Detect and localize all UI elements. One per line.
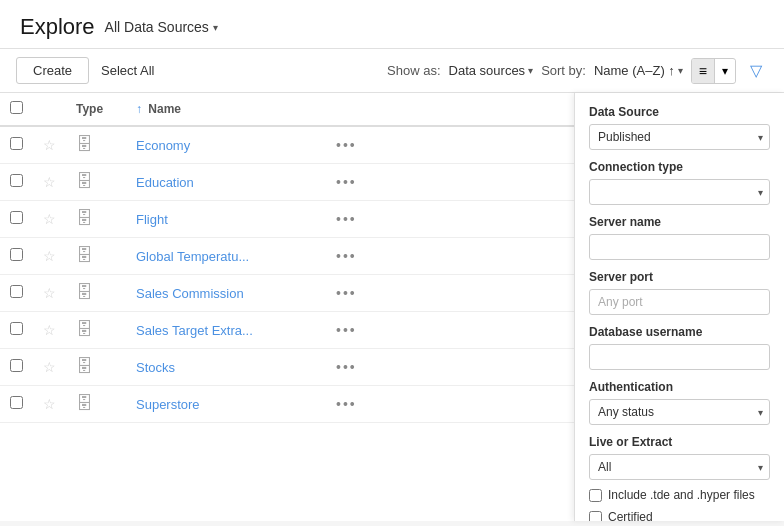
row-more-button[interactable]: ••• (336, 137, 357, 153)
row-more-button[interactable]: ••• (336, 359, 357, 375)
create-button[interactable]: Create (16, 57, 89, 84)
grid-view-icon: ▾ (722, 64, 728, 78)
row-checkbox-cell (0, 164, 33, 201)
include-tde-checkbox[interactable] (589, 489, 602, 502)
row-checkbox-cell (0, 201, 33, 238)
datasource-type-icon: 🗄 (76, 357, 93, 376)
datasource-name-link[interactable]: Economy (136, 138, 190, 153)
connection-type-filter-wrapper: ▾ (589, 179, 770, 205)
grid-view-button[interactable]: ▾ (715, 60, 735, 82)
row-type-cell: 🗄 (66, 164, 126, 201)
filter-panel: Data Source PublishedEmbeddedAll ▾ Conne… (574, 93, 784, 521)
certified-checkbox[interactable] (589, 511, 602, 522)
row-checkbox[interactable] (10, 137, 23, 150)
header: Explore All Data Sources ▾ (0, 0, 784, 49)
select-all-checkbox[interactable] (10, 101, 23, 114)
row-more-cell: ••• (326, 312, 564, 349)
row-type-cell: 🗄 (66, 312, 126, 349)
favorite-star-icon[interactable]: ☆ (43, 396, 56, 412)
row-more-button[interactable]: ••• (336, 322, 357, 338)
server-port-input[interactable] (589, 289, 770, 315)
row-checkbox[interactable] (10, 285, 23, 298)
sort-by-dropdown[interactable]: Name (A–Z) ↑ ▾ (594, 63, 683, 78)
show-as-value: Data sources (449, 63, 526, 78)
include-tde-row: Include .tde and .hyper files (589, 488, 770, 502)
datasource-name-link[interactable]: Global Temperatu... (136, 249, 249, 264)
datasource-type-icon: 🗄 (76, 135, 93, 154)
row-more-cell: ••• (326, 238, 564, 275)
row-name-cell: Flight (126, 201, 326, 238)
row-star-cell: ☆ (33, 349, 66, 386)
row-name-cell: Economy (126, 126, 326, 164)
datasource-type-icon: 🗄 (76, 172, 93, 191)
row-checkbox[interactable] (10, 322, 23, 335)
row-type-cell: 🗄 (66, 126, 126, 164)
row-more-button[interactable]: ••• (336, 285, 357, 301)
data-source-filter-label: Data Source (589, 105, 770, 119)
row-more-button[interactable]: ••• (336, 248, 357, 264)
favorite-star-icon[interactable]: ☆ (43, 137, 56, 153)
row-checkbox[interactable] (10, 248, 23, 261)
row-checkbox[interactable] (10, 359, 23, 372)
list-view-button[interactable]: ≡ (692, 59, 715, 83)
row-more-cell: ••• (326, 349, 564, 386)
row-checkbox[interactable] (10, 211, 23, 224)
datasource-name-link[interactable]: Sales Commission (136, 286, 244, 301)
datasource-name-link[interactable]: Superstore (136, 397, 200, 412)
row-more-cell: ••• (326, 275, 564, 312)
row-type-cell: 🗄 (66, 275, 126, 312)
favorite-star-icon[interactable]: ☆ (43, 248, 56, 264)
datasource-dropdown[interactable]: All Data Sources ▾ (105, 19, 218, 35)
favorite-star-icon[interactable]: ☆ (43, 322, 56, 338)
th-star (33, 93, 66, 126)
filter-button[interactable]: ▽ (744, 59, 768, 82)
favorite-star-icon[interactable]: ☆ (43, 285, 56, 301)
row-more-cell: ••• (326, 164, 564, 201)
favorite-star-icon[interactable]: ☆ (43, 211, 56, 227)
row-star-cell: ☆ (33, 238, 66, 275)
show-as-dropdown[interactable]: Data sources ▾ (449, 63, 534, 78)
th-type: Type (66, 93, 126, 126)
row-checkbox[interactable] (10, 174, 23, 187)
th-checkbox (0, 93, 33, 126)
row-checkbox-cell (0, 312, 33, 349)
row-more-button[interactable]: ••• (336, 211, 357, 227)
row-type-cell: 🗄 (66, 201, 126, 238)
datasource-type-icon: 🗄 (76, 209, 93, 228)
datasource-name-link[interactable]: Stocks (136, 360, 175, 375)
row-checkbox-cell (0, 126, 33, 164)
server-name-input[interactable] (589, 234, 770, 260)
th-more (326, 93, 564, 126)
page-title: Explore (20, 14, 95, 40)
datasource-name-link[interactable]: Flight (136, 212, 168, 227)
row-more-cell: ••• (326, 386, 564, 423)
datasource-name-link[interactable]: Sales Target Extra... (136, 323, 253, 338)
list-view-icon: ≡ (699, 63, 707, 79)
server-name-filter-label: Server name (589, 215, 770, 229)
authentication-filter-select[interactable]: Any statusUsername/PasswordOAuth (589, 399, 770, 425)
authentication-filter-wrapper: Any statusUsername/PasswordOAuth ▾ (589, 399, 770, 425)
data-source-filter-select[interactable]: PublishedEmbeddedAll (589, 124, 770, 150)
database-username-input[interactable] (589, 344, 770, 370)
row-more-button[interactable]: ••• (336, 174, 357, 190)
row-star-cell: ☆ (33, 164, 66, 201)
datasource-name-link[interactable]: Education (136, 175, 194, 190)
toolbar: Create Select All Show as: Data sources … (0, 49, 784, 93)
favorite-star-icon[interactable]: ☆ (43, 359, 56, 375)
toolbar-right: Show as: Data sources ▾ Sort by: Name (A… (387, 58, 768, 84)
datasource-type-icon: 🗄 (76, 246, 93, 265)
row-type-cell: 🗄 (66, 349, 126, 386)
th-name[interactable]: ↑ Name (126, 93, 326, 126)
datasource-type-icon: 🗄 (76, 283, 93, 302)
row-name-cell: Superstore (126, 386, 326, 423)
connection-type-filter-select[interactable] (589, 179, 770, 205)
favorite-star-icon[interactable]: ☆ (43, 174, 56, 190)
sort-by-value: Name (A–Z) ↑ (594, 63, 675, 78)
live-or-extract-filter-select[interactable]: AllLiveExtract (589, 454, 770, 480)
sort-indicator: ↑ (136, 102, 145, 116)
row-name-cell: Sales Commission (126, 275, 326, 312)
row-more-button[interactable]: ••• (336, 396, 357, 412)
datasource-dropdown-arrow: ▾ (213, 22, 218, 33)
select-all-button[interactable]: Select All (101, 63, 154, 78)
row-checkbox[interactable] (10, 396, 23, 409)
